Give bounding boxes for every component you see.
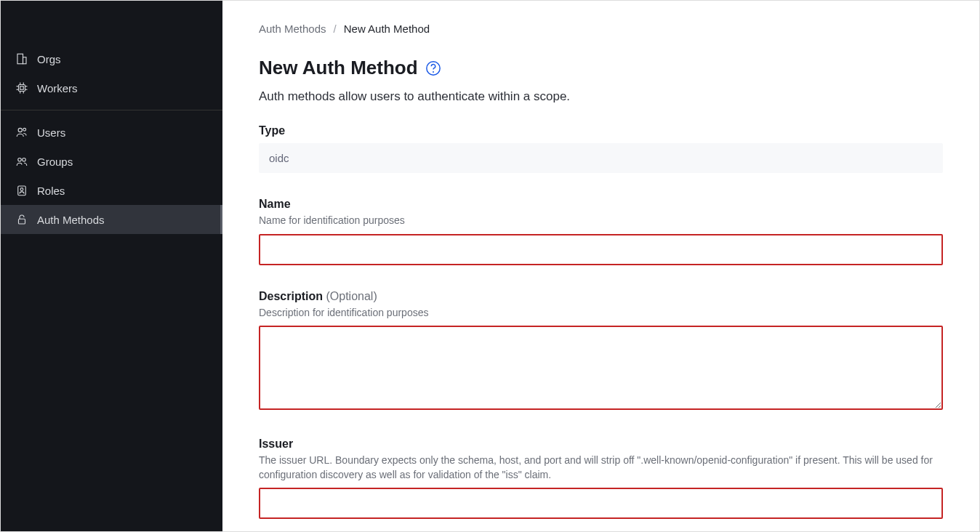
group-icon [15,155,28,168]
name-help: Name for identification purposes [259,214,943,228]
sidebar-item-orgs[interactable]: Orgs [1,44,222,73]
lock-icon [15,213,28,226]
name-input[interactable] [259,234,943,265]
type-value: oidc [259,143,943,173]
svg-point-21 [20,188,23,191]
breadcrumb-parent[interactable]: Auth Methods [259,23,326,35]
type-label: Type [259,124,943,137]
sidebar-item-label: Users [37,126,65,139]
svg-point-17 [23,128,26,131]
svg-point-19 [23,158,26,162]
sidebar-group-global: Orgs Workers [1,44,222,102]
svg-rect-22 [19,219,25,224]
name-label: Name [259,198,943,211]
main-content: Auth Methods / New Auth Method New Auth … [222,1,979,531]
description-optional: (Optional) [326,290,377,302]
issuer-label: Issuer [259,438,943,451]
breadcrumb-current: New Auth Method [344,23,430,35]
sidebar-item-users[interactable]: Users [1,118,222,147]
help-icon[interactable] [425,60,441,76]
page-title: New Auth Method [259,57,418,79]
svg-rect-1 [23,57,27,64]
description-label-text: Description [259,290,323,302]
description-label: Description (Optional) [259,290,943,303]
sidebar-item-label: Workers [37,82,78,94]
sidebar-item-label: Auth Methods [37,214,105,226]
field-type: Type oidc [259,124,943,173]
sidebar-item-workers[interactable]: Workers [1,73,222,102]
sidebar-item-groups[interactable]: Groups [1,147,222,176]
sidebar-item-label: Roles [37,185,65,197]
breadcrumb: Auth Methods / New Auth Method [259,23,943,35]
users-icon [15,126,28,139]
field-name: Name Name for identification purposes [259,198,943,265]
issuer-input[interactable] [259,488,943,519]
svg-rect-0 [17,54,23,64]
cpu-icon [15,81,28,94]
description-input[interactable] [259,326,943,410]
sidebar: Orgs Workers Users Groups Roles [1,1,222,531]
page-subtitle: Auth methods allow users to authenticate… [259,89,943,104]
sidebar-divider [1,110,222,110]
building-icon [15,52,28,65]
page-title-row: New Auth Method [259,57,943,79]
field-description: Description (Optional) Description for i… [259,290,943,414]
svg-rect-6 [19,85,25,92]
sidebar-item-auth-methods[interactable]: Auth Methods [1,205,222,234]
field-issuer: Issuer The issuer URL. Boundary expects … [259,438,943,519]
svg-point-16 [18,128,22,132]
id-badge-icon [15,184,28,197]
svg-point-18 [18,158,22,162]
sidebar-item-label: Orgs [37,53,61,65]
svg-rect-7 [20,86,24,90]
sidebar-item-roles[interactable]: Roles [1,176,222,205]
breadcrumb-separator: / [334,23,337,35]
description-help: Description for identification purposes [259,306,943,321]
sidebar-item-label: Groups [37,156,73,168]
sidebar-group-iam: Users Groups Roles Auth Methods [1,118,222,234]
issuer-help: The issuer URL. Boundary expects only th… [259,454,943,482]
